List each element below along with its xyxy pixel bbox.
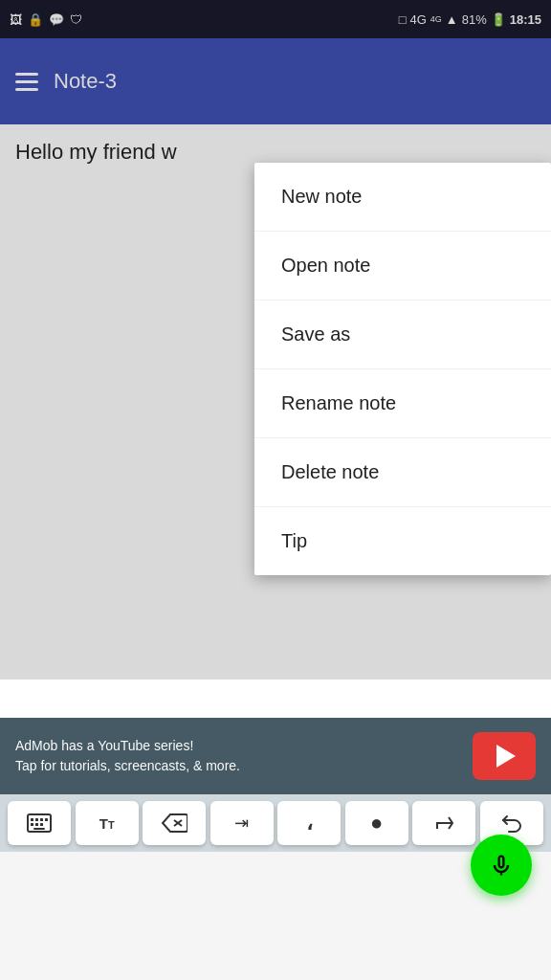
status-right-info: □ 4G 4G ▲ 81% 🔋 18:15 [399, 12, 541, 27]
keyboard-icon [27, 813, 52, 833]
ad-line2: Tap for tutorials, screencasts, & more. [15, 756, 457, 776]
signal-label: 4G [409, 12, 426, 27]
main-content: Hello my friend w New note Open note Sav… [0, 124, 551, 718]
undo-icon [499, 813, 524, 834]
svg-rect-5 [31, 823, 33, 826]
svg-rect-1 [31, 818, 33, 821]
svg-rect-3 [40, 818, 43, 821]
lock-icon: 🔒 [28, 12, 43, 27]
menu-item-tip[interactable]: Tip [254, 507, 551, 575]
menu-item-rename-note[interactable]: Rename note [254, 369, 551, 438]
app-title: Note-3 [54, 69, 117, 94]
tab-icon: ⇥ [234, 813, 249, 834]
message-icon: 💬 [49, 12, 64, 27]
menu-item-delete-note[interactable]: Delete note [254, 438, 551, 507]
context-menu: New note Open note Save as Rename note D… [254, 163, 551, 575]
signal-superscript: 4G [430, 14, 442, 24]
app-bar: Note-3 [0, 38, 551, 124]
ad-banner[interactable]: AdMob has a YouTube series! Tap for tuto… [0, 718, 551, 794]
enter-btn[interactable] [412, 801, 475, 845]
comma-icon: ، [306, 811, 313, 835]
menu-item-save-as[interactable]: Save as [254, 301, 551, 369]
clock: 18:15 [510, 12, 541, 27]
svg-rect-4 [45, 818, 48, 821]
svg-rect-8 [33, 828, 45, 830]
status-left-icons: 🖼 🔒 💬 🛡 [10, 12, 82, 27]
comma-btn[interactable]: ، [277, 801, 341, 845]
photo-icon: 🖼 [10, 12, 22, 27]
status-bar: 🖼 🔒 💬 🛡 □ 4G 4G ▲ 81% 🔋 18:15 [0, 0, 551, 38]
menu-button[interactable] [15, 73, 38, 91]
youtube-play-icon [496, 745, 516, 768]
ad-text: AdMob has a YouTube series! Tap for tuto… [15, 736, 457, 776]
shield-icon: 🛡 [70, 12, 82, 27]
bullet-btn[interactable]: ● [345, 801, 408, 845]
menu-item-new-note[interactable]: New note [254, 163, 551, 232]
backspace-btn[interactable] [143, 801, 206, 845]
backspace-icon [161, 813, 187, 834]
menu-item-open-note[interactable]: Open note [254, 232, 551, 301]
text-size-icon: TT [99, 815, 115, 832]
text-size-btn[interactable]: TT [76, 801, 139, 845]
svg-rect-2 [35, 818, 38, 821]
bullet-icon: ● [370, 811, 383, 835]
youtube-button[interactable] [473, 732, 536, 780]
keyboard-toggle-btn[interactable] [8, 801, 71, 845]
mic-fab-button[interactable] [471, 835, 532, 896]
signal-bars: ▲ [446, 12, 458, 27]
keyboard-toolbar: TT ⇥ ، ● [0, 794, 551, 852]
battery-percent: 81% [462, 12, 487, 27]
note-text[interactable]: Hello my friend w [15, 140, 177, 164]
battery-icon: 🔋 [491, 12, 506, 27]
tab-btn[interactable]: ⇥ [210, 801, 274, 845]
mic-icon [488, 852, 515, 879]
svg-rect-7 [40, 823, 43, 826]
ad-line1: AdMob has a YouTube series! [15, 736, 457, 756]
svg-rect-6 [35, 823, 38, 826]
enter-icon [431, 813, 456, 833]
network-indicator: □ [399, 12, 407, 27]
